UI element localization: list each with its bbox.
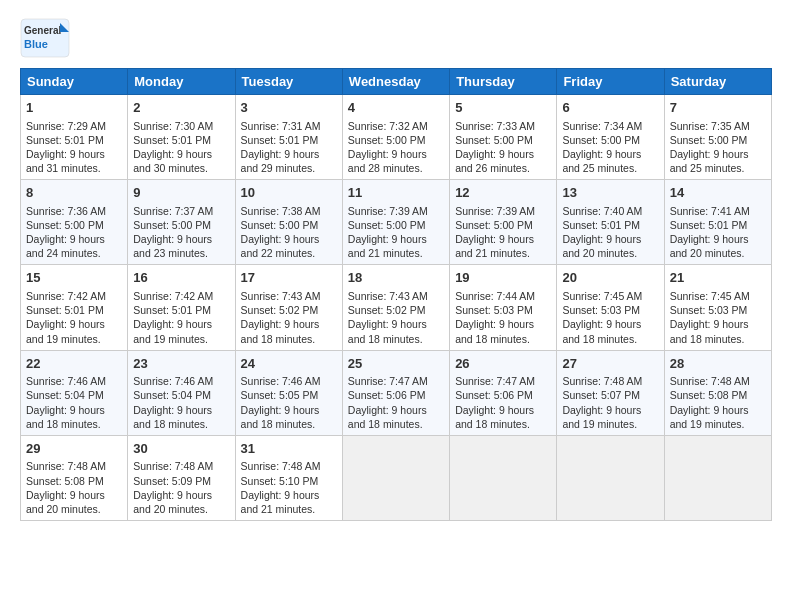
day-number: 13 (562, 184, 658, 202)
sunset-text: Sunset: 5:01 PM (670, 219, 748, 231)
sunset-text: Sunset: 5:10 PM (241, 475, 319, 487)
calendar-cell: 31Sunrise: 7:48 AMSunset: 5:10 PMDayligh… (235, 435, 342, 520)
day-number: 6 (562, 99, 658, 117)
calendar-cell: 24Sunrise: 7:46 AMSunset: 5:05 PMDayligh… (235, 350, 342, 435)
daylight-text: Daylight: 9 hours and 29 minutes. (241, 148, 320, 174)
sunset-text: Sunset: 5:02 PM (241, 304, 319, 316)
day-number: 31 (241, 440, 337, 458)
sunset-text: Sunset: 5:01 PM (26, 304, 104, 316)
day-number: 24 (241, 355, 337, 373)
daylight-text: Daylight: 9 hours and 21 minutes. (348, 233, 427, 259)
weekday-header-friday: Friday (557, 69, 664, 95)
sunrise-text: Sunrise: 7:34 AM (562, 120, 642, 132)
sunrise-text: Sunrise: 7:48 AM (133, 460, 213, 472)
daylight-text: Daylight: 9 hours and 19 minutes. (562, 404, 641, 430)
calendar-cell: 2Sunrise: 7:30 AMSunset: 5:01 PMDaylight… (128, 95, 235, 180)
sunset-text: Sunset: 5:01 PM (26, 134, 104, 146)
calendar-cell: 21Sunrise: 7:45 AMSunset: 5:03 PMDayligh… (664, 265, 771, 350)
daylight-text: Daylight: 9 hours and 26 minutes. (455, 148, 534, 174)
calendar-cell: 25Sunrise: 7:47 AMSunset: 5:06 PMDayligh… (342, 350, 449, 435)
weekday-header-monday: Monday (128, 69, 235, 95)
daylight-text: Daylight: 9 hours and 20 minutes. (670, 233, 749, 259)
weekday-header-tuesday: Tuesday (235, 69, 342, 95)
daylight-text: Daylight: 9 hours and 28 minutes. (348, 148, 427, 174)
sunrise-text: Sunrise: 7:32 AM (348, 120, 428, 132)
sunset-text: Sunset: 5:04 PM (133, 389, 211, 401)
daylight-text: Daylight: 9 hours and 23 minutes. (133, 233, 212, 259)
daylight-text: Daylight: 9 hours and 30 minutes. (133, 148, 212, 174)
sunset-text: Sunset: 5:03 PM (562, 304, 640, 316)
calendar-cell: 14Sunrise: 7:41 AMSunset: 5:01 PMDayligh… (664, 180, 771, 265)
day-number: 3 (241, 99, 337, 117)
sunset-text: Sunset: 5:03 PM (455, 304, 533, 316)
day-number: 30 (133, 440, 229, 458)
sunrise-text: Sunrise: 7:44 AM (455, 290, 535, 302)
sunrise-text: Sunrise: 7:43 AM (241, 290, 321, 302)
sunrise-text: Sunrise: 7:43 AM (348, 290, 428, 302)
calendar: SundayMondayTuesdayWednesdayThursdayFrid… (20, 68, 772, 521)
sunrise-text: Sunrise: 7:47 AM (455, 375, 535, 387)
daylight-text: Daylight: 9 hours and 18 minutes. (670, 318, 749, 344)
calendar-cell: 15Sunrise: 7:42 AMSunset: 5:01 PMDayligh… (21, 265, 128, 350)
day-number: 4 (348, 99, 444, 117)
sunrise-text: Sunrise: 7:41 AM (670, 205, 750, 217)
logo-icon: General Blue (20, 18, 70, 58)
page: General Blue SundayMondayTuesdayWednesda… (0, 0, 792, 612)
day-number: 19 (455, 269, 551, 287)
sunrise-text: Sunrise: 7:35 AM (670, 120, 750, 132)
daylight-text: Daylight: 9 hours and 18 minutes. (455, 318, 534, 344)
calendar-cell: 8Sunrise: 7:36 AMSunset: 5:00 PMDaylight… (21, 180, 128, 265)
calendar-cell: 19Sunrise: 7:44 AMSunset: 5:03 PMDayligh… (450, 265, 557, 350)
daylight-text: Daylight: 9 hours and 21 minutes. (455, 233, 534, 259)
sunset-text: Sunset: 5:08 PM (670, 389, 748, 401)
daylight-text: Daylight: 9 hours and 18 minutes. (348, 318, 427, 344)
sunset-text: Sunset: 5:00 PM (348, 134, 426, 146)
sunset-text: Sunset: 5:00 PM (241, 219, 319, 231)
weekday-header-thursday: Thursday (450, 69, 557, 95)
day-number: 16 (133, 269, 229, 287)
calendar-cell: 10Sunrise: 7:38 AMSunset: 5:00 PMDayligh… (235, 180, 342, 265)
daylight-text: Daylight: 9 hours and 18 minutes. (133, 404, 212, 430)
calendar-cell: 20Sunrise: 7:45 AMSunset: 5:03 PMDayligh… (557, 265, 664, 350)
daylight-text: Daylight: 9 hours and 18 minutes. (241, 404, 320, 430)
day-number: 21 (670, 269, 766, 287)
sunset-text: Sunset: 5:00 PM (455, 134, 533, 146)
day-number: 11 (348, 184, 444, 202)
day-number: 26 (455, 355, 551, 373)
sunrise-text: Sunrise: 7:39 AM (348, 205, 428, 217)
sunset-text: Sunset: 5:06 PM (348, 389, 426, 401)
sunset-text: Sunset: 5:05 PM (241, 389, 319, 401)
day-number: 27 (562, 355, 658, 373)
calendar-cell: 12Sunrise: 7:39 AMSunset: 5:00 PMDayligh… (450, 180, 557, 265)
weekday-header-row: SundayMondayTuesdayWednesdayThursdayFrid… (21, 69, 772, 95)
daylight-text: Daylight: 9 hours and 19 minutes. (133, 318, 212, 344)
day-number: 5 (455, 99, 551, 117)
sunrise-text: Sunrise: 7:37 AM (133, 205, 213, 217)
daylight-text: Daylight: 9 hours and 18 minutes. (562, 318, 641, 344)
calendar-cell: 5Sunrise: 7:33 AMSunset: 5:00 PMDaylight… (450, 95, 557, 180)
calendar-cell: 23Sunrise: 7:46 AMSunset: 5:04 PMDayligh… (128, 350, 235, 435)
calendar-cell: 22Sunrise: 7:46 AMSunset: 5:04 PMDayligh… (21, 350, 128, 435)
day-number: 8 (26, 184, 122, 202)
daylight-text: Daylight: 9 hours and 19 minutes. (670, 404, 749, 430)
calendar-cell (557, 435, 664, 520)
sunrise-text: Sunrise: 7:42 AM (133, 290, 213, 302)
day-number: 18 (348, 269, 444, 287)
sunset-text: Sunset: 5:04 PM (26, 389, 104, 401)
calendar-cell: 16Sunrise: 7:42 AMSunset: 5:01 PMDayligh… (128, 265, 235, 350)
sunrise-text: Sunrise: 7:39 AM (455, 205, 535, 217)
sunrise-text: Sunrise: 7:45 AM (670, 290, 750, 302)
day-number: 7 (670, 99, 766, 117)
calendar-cell: 27Sunrise: 7:48 AMSunset: 5:07 PMDayligh… (557, 350, 664, 435)
day-number: 1 (26, 99, 122, 117)
daylight-text: Daylight: 9 hours and 24 minutes. (26, 233, 105, 259)
sunrise-text: Sunrise: 7:45 AM (562, 290, 642, 302)
sunrise-text: Sunrise: 7:48 AM (562, 375, 642, 387)
weekday-header-saturday: Saturday (664, 69, 771, 95)
daylight-text: Daylight: 9 hours and 20 minutes. (133, 489, 212, 515)
calendar-cell: 11Sunrise: 7:39 AMSunset: 5:00 PMDayligh… (342, 180, 449, 265)
day-number: 22 (26, 355, 122, 373)
sunrise-text: Sunrise: 7:42 AM (26, 290, 106, 302)
sunrise-text: Sunrise: 7:46 AM (133, 375, 213, 387)
calendar-cell: 9Sunrise: 7:37 AMSunset: 5:00 PMDaylight… (128, 180, 235, 265)
